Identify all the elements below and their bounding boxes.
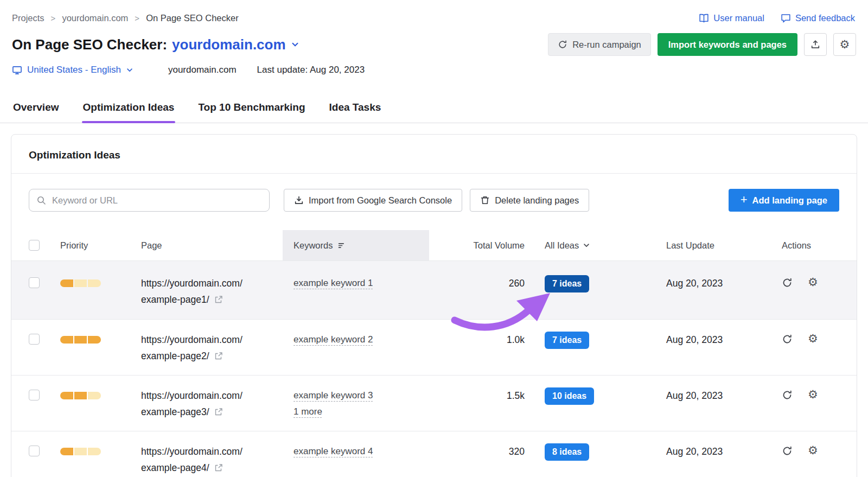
row-checkbox[interactable]	[29, 390, 40, 400]
locale-label: United States - English	[27, 65, 121, 75]
breadcrumb-projects[interactable]: Projects	[12, 13, 44, 23]
page-header: On Page SEO Checker: yourdomain.com Re-r…	[0, 33, 868, 56]
keyword-link[interactable]: example keyword 3	[293, 390, 373, 400]
rerun-campaign-label: Re-run campaign	[572, 40, 641, 50]
delete-pages-button[interactable]: Delete landing pages	[470, 189, 589, 212]
user-manual-link[interactable]: User manual	[699, 13, 764, 23]
delete-pages-label: Delete landing pages	[495, 195, 579, 206]
send-feedback-label: Send feedback	[795, 13, 855, 23]
table-row: https://yourdomain.com/ example-page3/ e…	[11, 376, 857, 431]
add-landing-page-label: Add landing page	[752, 195, 827, 206]
last-update-text: Last update: Aug 20, 2023	[257, 65, 365, 75]
search-icon	[36, 195, 46, 205]
send-feedback-link[interactable]: Send feedback	[781, 13, 855, 23]
total-volume-cell: 1.5k	[429, 387, 535, 404]
row-refresh-button[interactable]	[782, 390, 793, 400]
page-url-line2: example-page1/	[141, 291, 209, 308]
refresh-icon	[782, 277, 793, 288]
tab-idea-tasks[interactable]: Idea Tasks	[328, 97, 382, 123]
row-settings-button[interactable]: ⚙	[808, 277, 818, 288]
add-landing-page-button[interactable]: + Add landing page	[729, 189, 839, 212]
ideas-count-button[interactable]: 10 ideas	[545, 387, 594, 405]
gear-icon: ⚙	[808, 444, 818, 457]
keyword-link[interactable]: example keyword 2	[293, 334, 373, 345]
row-checkbox[interactable]	[29, 446, 40, 456]
table-row: https://yourdomain.com/ example-page1/ e…	[11, 261, 857, 320]
row-refresh-button[interactable]	[782, 446, 793, 456]
refresh-icon	[558, 40, 567, 49]
export-button[interactable]	[804, 33, 827, 56]
row-checkbox[interactable]	[29, 277, 40, 288]
tab-top10-benchmarking[interactable]: Top 10 Benchmarking	[197, 97, 306, 123]
trash-icon	[480, 195, 490, 205]
column-header-last-update: Last Update	[657, 230, 771, 260]
last-update-cell: Aug 20, 2023	[657, 443, 771, 460]
breadcrumb-domain[interactable]: yourdomain.com	[62, 13, 128, 23]
row-refresh-button[interactable]	[782, 277, 793, 288]
chevron-down-icon[interactable]	[291, 40, 299, 49]
keyword-link[interactable]: example keyword 4	[293, 446, 373, 456]
breadcrumb-separator-icon: >	[51, 14, 56, 23]
priority-bar	[60, 336, 101, 344]
ideas-count-button[interactable]: 8 ideas	[545, 443, 589, 461]
ideas-count-button[interactable]: 7 ideas	[545, 332, 589, 349]
ideas-count-button[interactable]: 7 ideas	[545, 275, 589, 292]
external-link-icon[interactable]	[214, 463, 223, 472]
book-icon	[699, 13, 709, 23]
page-url-cell: https://yourdomain.com/ example-page1/	[141, 275, 283, 308]
panel-header: Optimization Ideas	[11, 135, 857, 174]
page-title: On Page SEO Checker: yourdomain.com	[12, 36, 299, 53]
page-url-line1: https://yourdomain.com/	[141, 443, 283, 460]
project-domain-dropdown[interactable]: yourdomain.com	[172, 36, 285, 53]
column-header-keywords[interactable]: Keywords	[283, 230, 429, 260]
chevron-down-icon	[583, 241, 590, 249]
keyword-link[interactable]: example keyword 1	[293, 278, 373, 288]
breadcrumb-separator-icon: >	[135, 14, 139, 23]
settings-button[interactable]: ⚙	[833, 33, 856, 56]
plus-icon: +	[741, 194, 748, 206]
total-volume-cell: 320	[429, 443, 535, 460]
tab-optimization-ideas[interactable]: Optimization Ideas	[82, 97, 176, 123]
row-settings-button[interactable]: ⚙	[808, 333, 818, 345]
select-all-checkbox[interactable]	[29, 240, 40, 251]
import-keywords-button[interactable]: Import keywords and pages	[658, 33, 797, 56]
external-link-icon[interactable]	[214, 352, 223, 360]
sort-icon	[337, 241, 347, 250]
breadcrumb-current: On Page SEO Checker	[146, 13, 239, 23]
refresh-icon	[782, 334, 793, 345]
priority-bar	[60, 279, 101, 287]
row-settings-button[interactable]: ⚙	[808, 445, 818, 456]
column-header-page: Page	[141, 230, 283, 260]
gear-icon: ⚙	[808, 276, 818, 289]
column-header-all-ideas[interactable]: All Ideas	[535, 230, 657, 260]
top-bar: Projects > yourdomain.com > On Page SEO …	[0, 0, 868, 23]
last-update-cell: Aug 20, 2023	[657, 275, 771, 291]
page-url-line1: https://yourdomain.com/	[141, 332, 283, 348]
row-settings-button[interactable]: ⚙	[808, 389, 818, 400]
monitor-icon	[12, 65, 22, 75]
upload-icon	[810, 40, 820, 49]
tab-bar: Overview Optimization Ideas Top 10 Bench…	[0, 97, 868, 123]
search-input[interactable]	[29, 189, 270, 212]
locale-selector[interactable]: United States - English	[12, 65, 133, 75]
rerun-campaign-button[interactable]: Re-run campaign	[548, 33, 651, 56]
import-gsc-button[interactable]: Import from Google Search Console	[284, 189, 462, 212]
user-manual-label: User manual	[713, 13, 764, 23]
row-checkbox[interactable]	[29, 334, 40, 345]
speech-bubble-icon	[781, 13, 791, 23]
page-title-text: On Page SEO Checker:	[12, 36, 167, 53]
more-keywords-link[interactable]: 1 more	[293, 404, 322, 420]
campaign-meta: United States - English yourdomain.com L…	[0, 65, 868, 75]
project-domain-label: yourdomain.com	[172, 36, 285, 53]
external-link-icon[interactable]	[214, 295, 223, 304]
all-ideas-header-label: All Ideas	[545, 240, 579, 251]
external-link-icon[interactable]	[214, 408, 223, 416]
column-header-priority: Priority	[60, 230, 141, 260]
gear-icon: ⚙	[808, 388, 818, 401]
tab-overview[interactable]: Overview	[12, 97, 60, 123]
optimization-ideas-panel: Optimization Ideas Import from Google Se…	[11, 134, 857, 477]
row-refresh-button[interactable]	[782, 334, 793, 345]
page-url-line2: example-page2/	[141, 348, 209, 364]
download-icon	[294, 195, 304, 205]
panel-title: Optimization Ideas	[29, 149, 839, 161]
